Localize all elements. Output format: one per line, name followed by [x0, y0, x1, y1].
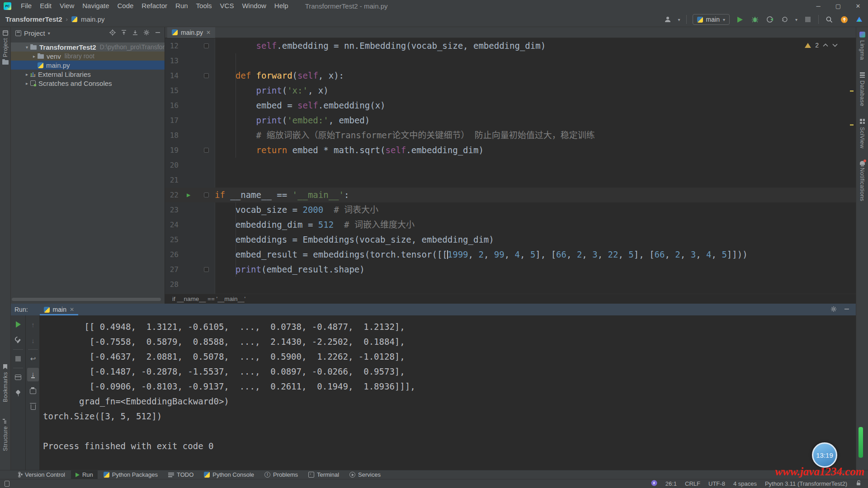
code-line-16[interactable]: 16 embed = self.embedding(x): [165, 98, 856, 113]
sidebar-item-database[interactable]: Database: [859, 72, 865, 107]
status-crlf[interactable]: CRLF: [685, 480, 700, 487]
scroll-to-end-icon[interactable]: ↓: [27, 368, 39, 381]
menu-vcs[interactable]: VCS: [216, 0, 238, 12]
clear-console-icon[interactable]: [26, 399, 40, 413]
run-button[interactable]: [736, 15, 745, 24]
fold-icon[interactable]: [204, 73, 209, 78]
toolwindow-python-packages[interactable]: Python Packages: [99, 470, 162, 479]
locate-file-icon[interactable]: [109, 29, 116, 37]
collapse-all-icon[interactable]: [132, 29, 138, 37]
code-line-20[interactable]: 20: [165, 158, 856, 173]
menu-refactor[interactable]: Refactor: [137, 0, 171, 12]
code-line-15[interactable]: 15 print('x:', x): [165, 83, 856, 98]
code-line-25[interactable]: 25 embeddings = Embeddings(vocab_size, e…: [165, 232, 856, 247]
code-line-23[interactable]: 23 vocab_size = 2000 # 词表大小: [165, 202, 856, 217]
code-line-24[interactable]: 24 embedding_dim = 512 # 词嵌入维度大小: [165, 217, 856, 232]
expand-all-icon[interactable]: [121, 29, 127, 37]
toolwindow-version-control[interactable]: Version Control: [12, 470, 70, 479]
modify-run-configuration-icon[interactable]: [11, 333, 25, 347]
status-python-3-11-transformertest2[interactable]: Python 3.11 (TransformerTest2): [765, 480, 847, 487]
code-line-18[interactable]: 18 # 缩放词嵌入（原始Transformer论文中的关键细节） 防止向量初始…: [165, 128, 856, 143]
status-4-spaces[interactable]: 4 spaces: [733, 480, 757, 487]
fold-icon[interactable]: [204, 43, 209, 48]
code-area[interactable]: 12 self.embedding = nn.Embedding(vocab_s…: [165, 38, 856, 294]
debug-button[interactable]: [750, 15, 760, 24]
code-line-26[interactable]: 26 embed_result = embeddings(torch.tenso…: [165, 247, 856, 262]
code-line-17[interactable]: 17 print('embed:', embed): [165, 113, 856, 128]
tree-item-venv[interactable]: ▸venvlibrary root: [11, 52, 165, 61]
horizontal-scrollbar[interactable]: [12, 298, 161, 301]
breadcrumb-file[interactable]: main.py: [81, 15, 105, 23]
code-line-12[interactable]: 12 self.embedding = nn.Embedding(vocab_s…: [165, 38, 856, 53]
run-configuration-selector[interactable]: main ▾: [693, 14, 730, 25]
run-with-coverage-button[interactable]: [765, 15, 774, 24]
code-line-14[interactable]: 14 def forward(self, x):: [165, 68, 856, 83]
hide-run-panel-icon[interactable]: [844, 306, 850, 314]
next-warning-icon[interactable]: [832, 43, 838, 47]
clock-widget[interactable]: 13:19: [812, 442, 837, 468]
console-scrollbar-thumb[interactable]: [859, 427, 863, 458]
toolwindow-python-console[interactable]: Python Console: [199, 470, 259, 479]
print-icon[interactable]: [26, 384, 40, 397]
code-line-13[interactable]: 13: [165, 53, 856, 68]
code-line-28[interactable]: 28: [165, 277, 856, 292]
ai-assistant-icon[interactable]: [854, 15, 863, 24]
warning-stripe-mark[interactable]: [850, 124, 854, 126]
menu-edit[interactable]: Edit: [36, 0, 56, 12]
toolwindow-todo[interactable]: TODO: [164, 470, 198, 479]
status-26-1[interactable]: 26:1: [665, 480, 677, 487]
tree-item-external-libraries[interactable]: ▸External Libraries: [11, 70, 165, 79]
tab-main-py[interactable]: main.py ✕: [167, 27, 215, 38]
sidebar-item-project[interactable]: Project: [0, 27, 10, 67]
run-line-icon[interactable]: ▶: [187, 188, 190, 202]
fold-icon[interactable]: [204, 267, 209, 272]
menu-file[interactable]: File: [17, 0, 36, 12]
hide-panel-icon[interactable]: [155, 29, 161, 37]
fold-icon[interactable]: [204, 148, 209, 153]
tree-item-scratches-and-consoles[interactable]: ▸Scratches and Consoles: [11, 79, 165, 88]
menu-code[interactable]: Code: [113, 0, 137, 12]
menu-window[interactable]: Window: [238, 0, 270, 12]
breadcrumb-project[interactable]: TransformerTest2: [5, 15, 62, 23]
sidebar-item-bookmarks[interactable]: Bookmarks: [0, 361, 10, 405]
project-view-dropdown-icon[interactable]: ▾: [48, 31, 50, 36]
tree-item-transformertest2[interactable]: ▾TransformerTest2D:\python_pro\Transform…: [11, 42, 165, 52]
sidebar-item-structure[interactable]: Structure: [0, 416, 10, 454]
menu-view[interactable]: View: [56, 0, 78, 12]
settings-gear-icon[interactable]: [143, 29, 150, 37]
code-line-27[interactable]: 27 print(embed_result.shape): [165, 262, 856, 277]
menu-tools[interactable]: Tools: [192, 0, 216, 12]
minimize-button[interactable]: ─: [808, 0, 828, 12]
profiler-button[interactable]: [780, 15, 789, 24]
code-line-22[interactable]: 22▶if __name__ == '__main__':: [165, 188, 856, 202]
run-settings-gear-icon[interactable]: [830, 306, 837, 314]
sidebar-item-sciview[interactable]: SciView: [859, 118, 865, 149]
menu-help[interactable]: Help: [270, 0, 292, 12]
menu-navigate[interactable]: Navigate: [78, 0, 113, 12]
run-tab-main[interactable]: main ✕: [40, 304, 78, 315]
lock-icon[interactable]: [855, 480, 862, 488]
toolwindow-problems[interactable]: !Problems: [260, 470, 302, 479]
run-console[interactable]: [[ 0.4948, 1.3121, -0.6105, ..., 0.0738,…: [40, 315, 857, 470]
warning-stripe-mark[interactable]: [850, 90, 854, 92]
project-panel-title[interactable]: Project: [24, 29, 45, 37]
maximize-button[interactable]: ▢: [828, 0, 848, 12]
user-account-icon[interactable]: [663, 15, 672, 24]
toolwindow-run[interactable]: Run: [71, 470, 98, 479]
soft-wrap-icon[interactable]: ↩: [26, 352, 40, 366]
chevron-icon[interactable]: ▾: [24, 45, 30, 50]
status-utf-8[interactable]: UTF-8: [708, 480, 725, 487]
toolwindow-services[interactable]: Services: [345, 470, 385, 479]
menu-run[interactable]: Run: [171, 0, 192, 12]
pin-tab-icon[interactable]: [11, 386, 25, 400]
sidebar-item-lingma[interactable]: Lingma: [859, 32, 865, 60]
inspection-widget[interactable]: 2: [805, 42, 838, 49]
update-notification-icon[interactable]: [840, 15, 849, 24]
tab-close-icon[interactable]: ✕: [206, 29, 211, 36]
code-line-21[interactable]: 21: [165, 173, 856, 188]
user-dropdown-icon[interactable]: ▾: [678, 17, 680, 22]
search-everywhere-icon[interactable]: [825, 15, 834, 24]
sidebar-item-notifications[interactable]: Notifications: [859, 160, 865, 202]
protection-status-icon[interactable]: [651, 480, 657, 488]
restore-layout-icon[interactable]: [11, 371, 25, 384]
